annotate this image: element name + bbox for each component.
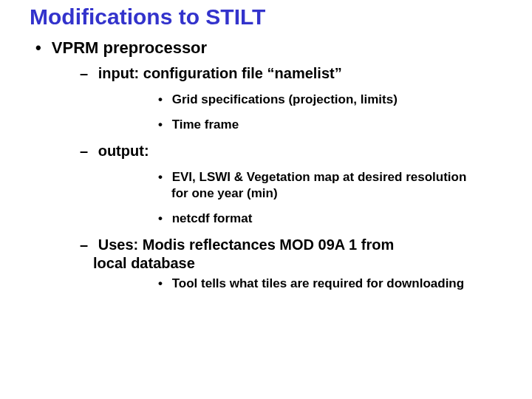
lvl3-label: Tool tells what tiles are required for d… (172, 276, 464, 290)
lvl1-label: VPRM preprocessor (52, 38, 207, 57)
bullet-lvl3: netcdf format (158, 211, 517, 226)
bullet-list: VPRM preprocessor input: configuration f… (30, 38, 517, 291)
lvl2-cont: local database (93, 255, 517, 272)
lvl3-cont: for one year (min) (171, 186, 517, 201)
bullet-lvl1: VPRM preprocessor input: configuration f… (35, 38, 517, 291)
lvl3-label: netcdf format (172, 211, 253, 225)
slide-title: Modifications to STILT (30, 4, 517, 30)
lvl3-label: Grid specifications (projection, limits) (172, 92, 398, 106)
bullet-lvl2: output: EVI, LSWI & Vegetation map at de… (80, 143, 517, 226)
slide: Modifications to STILT VPRM preprocessor… (0, 0, 532, 399)
lvl2-label: input: configuration file “namelist” (98, 65, 342, 81)
bullet-lvl2: Uses: Modis reflectances MOD 09A 1 from … (80, 236, 517, 291)
lvl3-label: EVI, LSWI & Vegetation map at desired re… (172, 170, 467, 184)
lvl2-label: Uses: Modis reflectances MOD 09A 1 from (98, 236, 395, 253)
bullet-lvl3: Grid specifications (projection, limits) (158, 92, 517, 107)
lvl3-label: Time frame (172, 117, 239, 132)
lvl2-label: output: (98, 143, 149, 159)
bullet-lvl3: EVI, LSWI & Vegetation map at desired re… (158, 170, 517, 201)
bullet-lvl3: Tool tells what tiles are required for d… (158, 276, 517, 291)
bullet-lvl3: Time frame (158, 117, 517, 132)
bullet-lvl2: input: configuration file “namelist” Gri… (80, 65, 517, 132)
